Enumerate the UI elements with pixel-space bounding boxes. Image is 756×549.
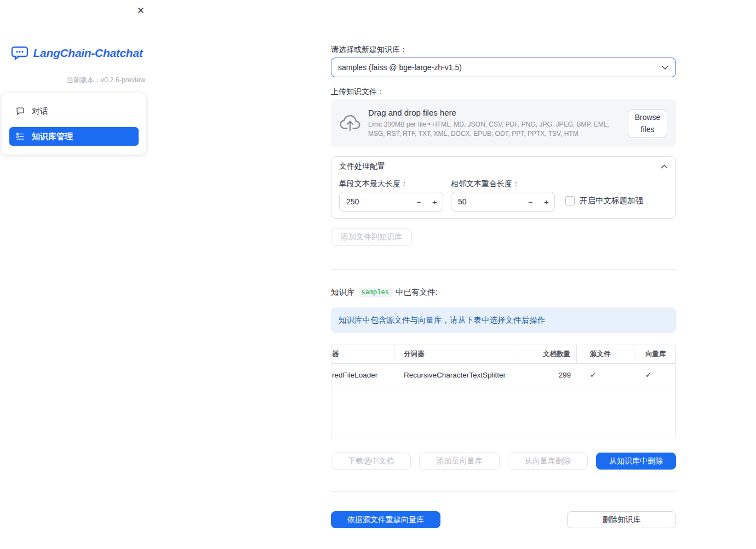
upload-label: 上传知识文件： xyxy=(331,87,385,97)
sidebar-item-label: 对话 xyxy=(32,106,48,117)
kb-select-label: 请选择或新建知识库： xyxy=(331,45,408,55)
table-header-row: 器 分词器 文档数量 源文件 向量库 xyxy=(331,345,675,364)
chunk-size-label: 单段文本最大长度： xyxy=(339,179,408,189)
kb-bottom-buttons: 依据源文件重建向量库 删除知识库 xyxy=(331,511,676,528)
browse-files-button[interactable]: Browse files xyxy=(628,109,667,138)
plus-button[interactable]: + xyxy=(427,197,443,207)
file-config-expander: 文件处理配置 单段文本最大长度： 相邻文本重合长度： 250 − + 50 − … xyxy=(331,156,676,219)
dropzone-text: Drag and drop files here Limit 200MB per… xyxy=(368,108,620,139)
add-files-to-kb-button[interactable]: 添加文件到知识库 xyxy=(331,228,412,246)
info-alert: 知识库中包含源文件与向量库，请从下表中选择文件后操作 xyxy=(331,307,676,333)
kb-select-value: samples (faiss @ bge-large-zh-v1.5) xyxy=(338,63,661,72)
chevron-up-icon xyxy=(661,164,668,169)
chunk-size-value: 250 xyxy=(340,197,411,206)
logo-chat-icon xyxy=(11,46,28,60)
column-header-loader[interactable]: 器 xyxy=(331,345,394,363)
logo-text: LangChain-Chatchat xyxy=(33,47,143,60)
divider xyxy=(331,491,676,492)
sidebar-menu: 对话 知识库管理 xyxy=(2,93,146,155)
checkbox-unchecked[interactable] xyxy=(565,196,575,205)
expander-title: 文件处理配置 xyxy=(339,162,385,171)
existing-files-heading: 知识库 samples 中已有文件: xyxy=(331,287,437,298)
existing-files-suffix: 中已有文件: xyxy=(396,287,438,298)
dropzone-limit: Limit 200MB per file • HTML, MD, JSON, C… xyxy=(368,120,620,139)
version-text: 当前版本：v0.2.6-preview xyxy=(66,76,145,85)
minus-button[interactable]: − xyxy=(523,197,539,207)
cloud-upload-icon xyxy=(340,115,360,131)
cell-vector-store-check: ✓ xyxy=(634,364,675,386)
divider xyxy=(331,269,676,270)
cell-doc-count: 299 xyxy=(519,364,577,386)
kb-select[interactable]: samples (faiss @ bge-large-zh-v1.5) xyxy=(331,58,676,77)
column-header-doc-count[interactable]: 文档数量 xyxy=(519,345,577,363)
rebuild-vector-store-button[interactable]: 依据源文件重建向量库 xyxy=(331,511,440,528)
cell-loader: redFileLoader xyxy=(331,364,394,386)
column-header-splitter[interactable]: 分词器 xyxy=(394,345,519,363)
chunk-size-input[interactable]: 250 − + xyxy=(339,192,443,211)
plus-button[interactable]: + xyxy=(539,197,554,207)
cell-source-file-check: ✓ xyxy=(577,364,634,386)
kb-name-code: samples xyxy=(359,288,392,298)
delete-kb-button[interactable]: 删除知识库 xyxy=(567,511,676,528)
app-logo: LangChain-Chatchat xyxy=(0,46,153,60)
overlap-size-label: 相邻文本重合长度： xyxy=(451,179,520,189)
sidebar-item-knowledge-base[interactable]: 知识库管理 xyxy=(9,127,139,146)
chat-bubble-icon xyxy=(16,107,25,116)
overlap-size-value: 50 xyxy=(451,197,523,206)
file-action-buttons: 下载选中文档 添加至向量库 从向量库删除 从知识库中删除 xyxy=(331,453,676,470)
version-label: 当前版本： xyxy=(66,76,101,84)
main-content: 请选择或新建知识库： samples (faiss @ bge-large-zh… xyxy=(331,0,676,549)
close-icon: ✕ xyxy=(137,5,145,16)
expander-header[interactable]: 文件处理配置 xyxy=(331,157,675,176)
file-dropzone[interactable]: Drag and drop files here Limit 200MB per… xyxy=(331,99,676,147)
zh-title-checkbox-label: 开启中文标题加强 xyxy=(580,196,643,206)
download-selected-button[interactable]: 下载选中文档 xyxy=(331,453,411,470)
overlap-size-input[interactable]: 50 − + xyxy=(451,192,555,211)
minus-button[interactable]: − xyxy=(411,197,427,207)
existing-files-prefix: 知识库 xyxy=(331,287,355,298)
files-table: 器 分词器 文档数量 源文件 向量库 redFileLoader Recursi… xyxy=(331,345,676,438)
column-header-vector-store[interactable]: 向量库 xyxy=(634,345,675,363)
remove-from-vector-store-button[interactable]: 从向量库删除 xyxy=(508,453,588,470)
sidebar-collapse-button[interactable]: ✕ xyxy=(135,3,147,19)
info-alert-text: 知识库中包含源文件与向量库，请从下表中选择文件后操作 xyxy=(339,315,545,325)
zh-title-checkbox-row[interactable]: 开启中文标题加强 xyxy=(565,196,643,206)
column-header-source-file[interactable]: 源文件 xyxy=(577,345,634,363)
sidebar-item-label: 知识库管理 xyxy=(32,131,73,142)
add-to-vector-store-button[interactable]: 添加至向量库 xyxy=(419,453,499,470)
list-icon xyxy=(16,132,25,141)
cell-splitter: RecursiveCharacterTextSplitter xyxy=(394,364,519,386)
sidebar: ✕ LangChain-Chatchat 当前版本：v0.2.6-preview… xyxy=(0,0,153,549)
dropzone-title: Drag and drop files here xyxy=(368,108,620,117)
sidebar-item-dialogue[interactable]: 对话 xyxy=(9,102,139,121)
delete-from-kb-button[interactable]: 从知识库中删除 xyxy=(596,453,676,470)
table-row[interactable]: redFileLoader RecursiveCharacterTextSpli… xyxy=(331,364,675,386)
version-value: v0.2.6-preview xyxy=(101,76,145,84)
chevron-down-icon xyxy=(661,65,669,70)
